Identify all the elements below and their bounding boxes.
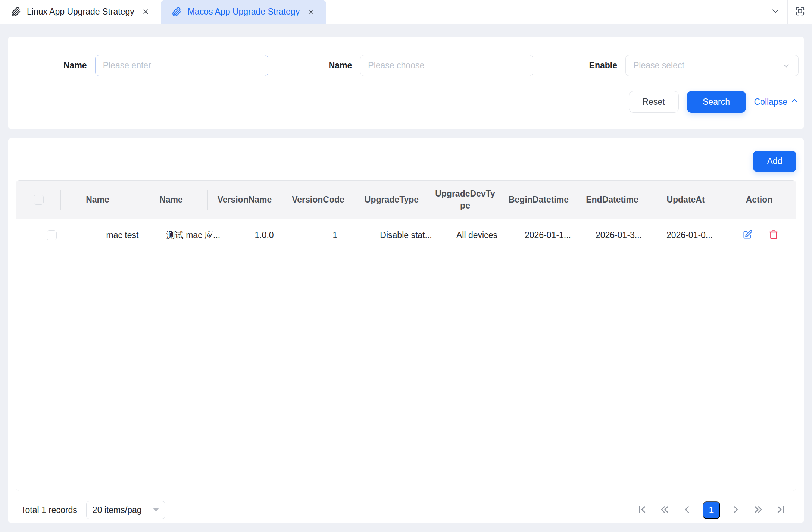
edit-icon — [742, 229, 753, 241]
double-chevron-right-icon — [753, 504, 764, 516]
name-label: Name — [63, 60, 87, 71]
paperclip-icon — [11, 7, 21, 17]
tab-macos-app-upgrade-strategy[interactable]: Macos App Upgrade Strategy — [161, 0, 326, 24]
page-size-select[interactable]: 20 items/pag — [86, 501, 165, 519]
tab-bar: Linux App Upgrade Strategy Macos App Upg… — [0, 0, 812, 24]
last-page-button[interactable] — [774, 503, 787, 517]
row-checkbox-cell — [16, 219, 87, 251]
column-header-versioncode: VersionCode — [281, 181, 355, 219]
pager-controls: 1 — [635, 501, 791, 519]
enable-label: Enable — [589, 60, 617, 71]
filter-field-name-1: Name — [8, 55, 274, 76]
chevron-right-icon — [730, 504, 741, 516]
pagination-bar: Total 1 records 20 items/pag — [16, 501, 796, 519]
cell-versionname: 1.0.0 — [229, 219, 300, 251]
select-placeholder: Please select — [633, 60, 684, 71]
page-size-value: 20 items/pag — [93, 505, 142, 515]
column-header-action: Action — [722, 181, 796, 219]
add-button[interactable]: Add — [753, 151, 796, 172]
chevron-left-icon — [681, 504, 693, 516]
first-page-button[interactable] — [635, 503, 649, 517]
close-icon[interactable] — [307, 8, 315, 16]
data-table: Name Name VersionName VersionCode Upgrad… — [16, 180, 796, 491]
tab-linux-app-upgrade-strategy[interactable]: Linux App Upgrade Strategy — [0, 0, 161, 24]
column-header-upgradetype: UpgradeType — [355, 181, 428, 219]
reset-button[interactable]: Reset — [629, 91, 679, 113]
tab-bar-controls — [763, 0, 812, 24]
row-checkbox[interactable] — [47, 230, 57, 240]
header-checkbox-cell — [16, 181, 61, 219]
cell-upgradedevtype: All devices — [441, 219, 512, 251]
table-panel: Add Name Name VersionName VersionCode Up… — [8, 138, 804, 523]
cell-name: mac test — [87, 219, 158, 251]
double-chevron-left-icon — [659, 504, 670, 516]
filter-field-enable: Enable Please select — [538, 55, 804, 76]
table-header-row: Name Name VersionName VersionCode Upgrad… — [16, 181, 796, 219]
collapse-link[interactable]: Collapse — [754, 97, 799, 107]
column-header-upgradedevtype: UpgradeDevType — [428, 181, 502, 219]
select-all-checkbox[interactable] — [34, 195, 44, 205]
column-header-updateat: UpdateAt — [649, 181, 722, 219]
delete-button[interactable] — [768, 229, 779, 241]
column-header-name: Name — [61, 181, 134, 219]
edit-button[interactable] — [742, 229, 753, 241]
cell-upgradetype: Disable stat... — [371, 219, 441, 251]
first-page-icon — [637, 504, 648, 516]
column-header-name-2: Name — [134, 181, 208, 219]
page-number-button[interactable]: 1 — [703, 501, 720, 519]
filter-field-name-2: Name — [274, 55, 539, 76]
tab-label: Linux App Upgrade Strategy — [27, 7, 134, 17]
filter-panel: Name Name Enable Please select Reset Sea… — [8, 37, 804, 129]
filter-fields: Name Name Enable Please select — [8, 55, 804, 76]
table-toolbar: Add — [16, 151, 796, 172]
name-input[interactable] — [95, 55, 268, 76]
chevron-down-icon — [770, 6, 781, 18]
close-icon[interactable] — [142, 8, 150, 16]
triangle-down-icon — [153, 508, 159, 512]
column-header-begindatetime: BeginDatetime — [502, 181, 575, 219]
app-window: Linux App Upgrade Strategy Macos App Upg… — [0, 0, 812, 532]
cell-updateat: 2026-01-0... — [654, 219, 725, 251]
paperclip-icon — [172, 7, 182, 17]
collapse-label: Collapse — [754, 97, 788, 107]
fullscreen-icon — [794, 6, 806, 18]
enable-select[interactable]: Please select — [625, 55, 799, 76]
fullscreen-button[interactable] — [787, 0, 812, 24]
name-label: Name — [329, 60, 352, 71]
search-button[interactable]: Search — [687, 91, 746, 113]
cell-name-2: 测试 mac 应... — [158, 219, 229, 251]
last-page-icon — [775, 504, 786, 516]
table-row: mac test 测试 mac 应... 1.0.0 1 Disable sta… — [16, 219, 796, 251]
cell-action — [725, 219, 796, 251]
tab-list-dropdown-button[interactable] — [763, 0, 787, 24]
next-page-button[interactable] — [729, 503, 743, 517]
total-records-text: Total 1 records — [21, 505, 77, 515]
cell-enddatetime: 2026-01-3... — [583, 219, 654, 251]
previous-page-button[interactable] — [680, 503, 694, 517]
name-choose-input[interactable] — [360, 55, 533, 76]
table-empty-area — [16, 251, 796, 491]
column-header-enddatetime: EndDatetime — [575, 181, 649, 219]
cell-begindatetime: 2026-01-1... — [512, 219, 583, 251]
fast-backward-button[interactable] — [658, 503, 671, 517]
tab-label: Macos App Upgrade Strategy — [188, 7, 300, 17]
filter-actions: Reset Search Collapse — [8, 91, 804, 113]
column-header-versionname: VersionName — [208, 181, 281, 219]
chevron-up-icon — [790, 97, 799, 107]
cell-versioncode: 1 — [300, 219, 371, 251]
chevron-down-icon — [782, 61, 791, 70]
trash-icon — [768, 229, 779, 241]
fast-forward-button[interactable] — [752, 503, 765, 517]
